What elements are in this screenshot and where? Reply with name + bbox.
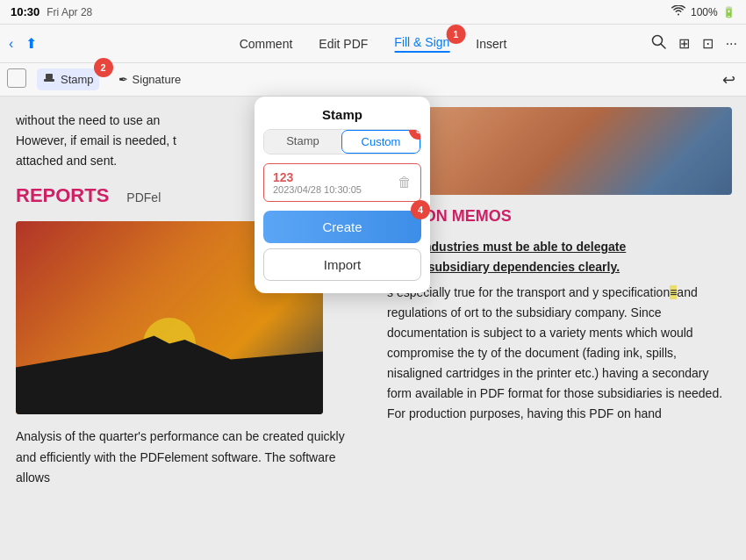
sub-toolbar: Stamp 2 ✒ Signature ↩ bbox=[0, 63, 746, 97]
fill-sign-tab[interactable]: Fill & Sign 1 bbox=[394, 35, 449, 53]
main-content: without the need to use anHowever, if em… bbox=[0, 97, 746, 560]
toolbar-center: Comment Edit PDF Fill & Sign 1 Insert bbox=[240, 35, 507, 53]
stamp-date: 2023/04/28 10:30:05 bbox=[273, 184, 362, 195]
battery-indicator: 100% 🔋 bbox=[691, 6, 735, 18]
stamp-item: 123 2023/04/28 10:30:05 🗑 bbox=[263, 163, 421, 202]
stamp-popup: Stamp Stamp Custom 3 123 2023/04/28 10:3… bbox=[255, 97, 430, 293]
edit-pdf-tab[interactable]: Edit PDF bbox=[319, 37, 368, 51]
stamp-number: 123 bbox=[273, 170, 362, 184]
comment-tab[interactable]: Comment bbox=[240, 37, 293, 51]
svg-rect-3 bbox=[46, 74, 53, 79]
search-icon[interactable] bbox=[651, 34, 666, 53]
status-right: 100% 🔋 bbox=[671, 5, 735, 18]
stamp-tab-custom[interactable]: Custom 3 bbox=[341, 130, 420, 154]
wifi-icon bbox=[671, 5, 685, 18]
create-button[interactable]: Create 4 bbox=[263, 211, 421, 243]
badge-3: 3 bbox=[409, 129, 421, 140]
badge-2: 2 bbox=[94, 58, 113, 77]
stamp-tabs: Stamp Custom 3 bbox=[263, 129, 421, 154]
toolbar-left: ‹ ⬆ bbox=[9, 35, 37, 52]
stamp-tab-stamp[interactable]: Stamp bbox=[264, 130, 341, 154]
fit-icon[interactable]: ⊡ bbox=[702, 35, 714, 52]
stamp-icon bbox=[42, 71, 56, 88]
import-button[interactable]: Import bbox=[263, 248, 421, 281]
status-day: Fri Apr 28 bbox=[47, 6, 92, 18]
more-icon[interactable]: ··· bbox=[726, 36, 737, 52]
status-left: 10:30 Fri Apr 28 bbox=[11, 5, 92, 18]
undo-button[interactable]: ↩ bbox=[722, 70, 735, 90]
stamp-popup-title: Stamp bbox=[255, 97, 430, 129]
status-bar: 10:30 Fri Apr 28 100% 🔋 bbox=[0, 0, 746, 25]
stamp-item-text: 123 2023/04/28 10:30:05 bbox=[273, 170, 362, 195]
signature-tool[interactable]: ✒ Signature bbox=[113, 70, 187, 89]
signature-label: Signature bbox=[133, 73, 182, 86]
selection-box[interactable] bbox=[7, 68, 26, 88]
stamp-tool[interactable]: Stamp 2 bbox=[37, 68, 99, 90]
toolbar: ‹ ⬆ Comment Edit PDF Fill & Sign 1 Inser… bbox=[0, 25, 746, 63]
status-time: 10:30 bbox=[11, 5, 39, 18]
insert-tab[interactable]: Insert bbox=[476, 37, 506, 51]
back-button[interactable]: ‹ bbox=[9, 36, 13, 52]
svg-rect-2 bbox=[44, 79, 54, 82]
toolbar-right: ⊞ ⊡ ··· bbox=[651, 34, 737, 53]
svg-line-1 bbox=[661, 44, 665, 48]
badge-4: 4 bbox=[411, 200, 430, 219]
delete-stamp-icon[interactable]: 🗑 bbox=[398, 175, 412, 190]
share-button[interactable]: ⬆ bbox=[25, 35, 37, 52]
badge-1: 1 bbox=[446, 25, 465, 44]
stamp-label: Stamp bbox=[61, 73, 94, 86]
signature-icon: ✒ bbox=[118, 73, 128, 86]
grid-icon[interactable]: ⊞ bbox=[678, 35, 690, 52]
